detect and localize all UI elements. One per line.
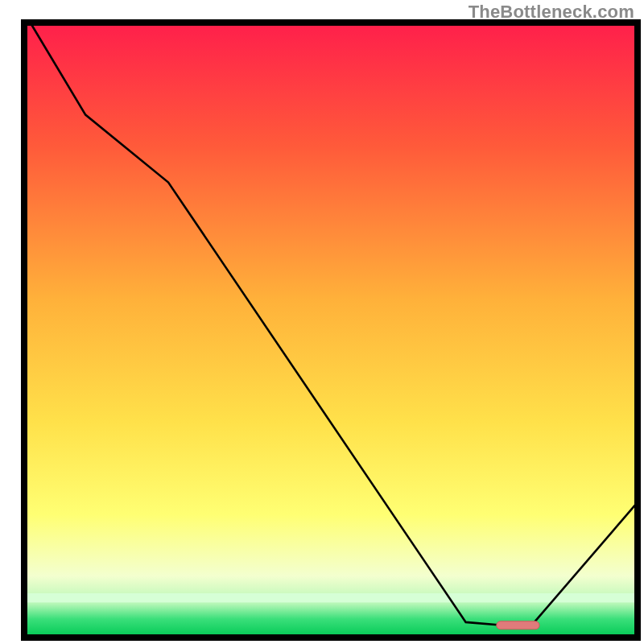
- optimal-marker: [497, 621, 539, 630]
- bottleneck-chart: [0, 0, 644, 644]
- plot-area: [24, 23, 638, 638]
- pale-green-strip: [24, 593, 638, 602]
- heat-background: [24, 23, 638, 638]
- chart-stage: TheBottleneck.com: [0, 0, 644, 644]
